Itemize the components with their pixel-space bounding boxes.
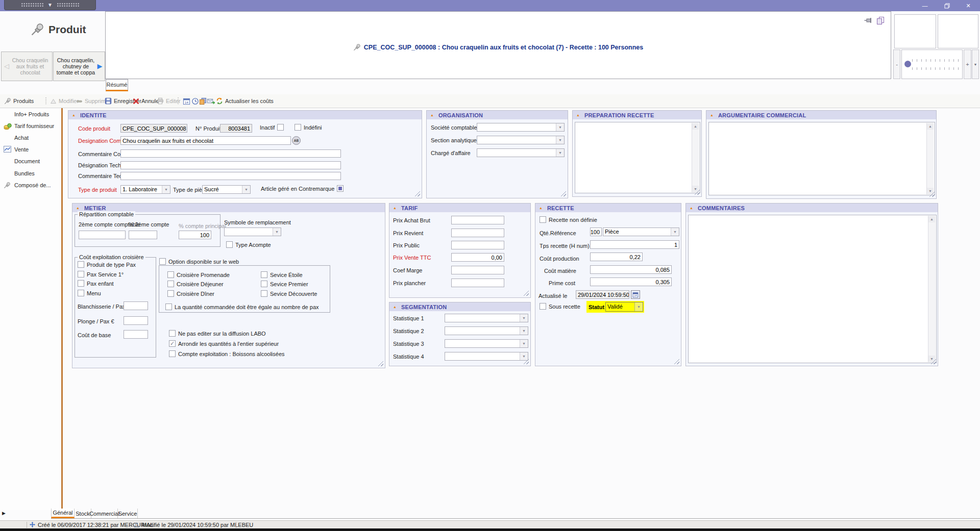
next-record-button[interactable]: Chou craquelin, chutney de tomate et cop… [53,52,105,81]
dropdown-arrow-icon[interactable]: ▼ [162,186,170,193]
commentaires-textarea[interactable]: ▲ ▼ [688,215,937,363]
statut-select[interactable]: Validé ▼ [605,302,643,312]
section-header-segmentation[interactable]: ▲ SEGMENTATION [389,302,530,311]
tab-resume[interactable]: Résumé [106,79,128,91]
dropdown-arrow-icon[interactable]: ▼ [556,136,564,144]
sidebar-item-achat[interactable]: Achat [0,133,60,142]
tab-stock[interactable]: Stock [75,509,91,518]
translate-ab-button[interactable]: AB [292,136,301,145]
tps-recette-field[interactable]: 1 [590,240,679,249]
preparation-recette-textarea[interactable]: ▲ ▼ [575,122,700,193]
qte-reference-field[interactable]: 100 [590,227,602,236]
sidebar-splitter[interactable] [61,108,63,510]
dropdown-arrow-icon[interactable]: ▼ [671,228,679,236]
dropdown-arrow-icon[interactable]: ▼ [242,186,250,193]
date-picker-button[interactable]: 14 [631,290,640,299]
boissons-checkbox[interactable]: Compte exploitation : Boissons alcoolisé… [169,350,285,357]
dropdown-arrow-icon[interactable]: ▼ [520,327,528,335]
statistique1-select[interactable]: ▼ [445,314,528,322]
drag-handle[interactable]: ▼ [4,0,96,10]
dropdown-arrow-icon[interactable]: ▼ [556,123,564,131]
statistique4-select[interactable]: ▼ [445,352,528,361]
blanchisserie-field[interactable] [124,301,148,310]
commentaire-technique-field[interactable] [120,172,341,180]
coef-marge-field[interactable] [451,266,504,274]
code-produit-field[interactable]: CPE_COC_SUP_000008 [120,124,187,133]
sidebar-item-compose-de[interactable]: Composé de... [0,181,60,190]
tab-service[interactable]: Service [118,509,138,518]
sidebar-item-document[interactable]: Document [0,157,60,166]
labo-checkbox[interactable]: Ne pas editer sur la diffusion LABO [169,330,266,337]
section-header-organisation[interactable]: ▲ ORGANISATION [427,111,568,119]
commentaire-commercial-field[interactable] [120,149,341,158]
plonge-field[interactable] [124,316,148,325]
zoom-slider-thumb[interactable] [904,61,911,67]
num-produit-field[interactable]: 8003481 [220,124,252,133]
inactif-checkbox[interactable]: Inactif [260,124,284,131]
section-header-argumentaire[interactable]: ▲ ARGUMENTAIRE COMMERCIAL [706,111,936,119]
produit-type-pax-checkbox[interactable]: Produit de type Pax [78,261,136,268]
section-header-tarif[interactable]: ▲ TARIF [389,204,530,212]
contremarque-checkbox[interactable]: Article géré en Contremarque [261,185,344,192]
recette-non-definie-checkbox[interactable]: Recette non définie [540,216,597,223]
pct-principal-field[interactable]: 100 [179,231,211,239]
dropdown-arrow-icon[interactable]: ▼ [273,228,281,236]
checkbox-box[interactable] [277,124,284,131]
tab-commercial[interactable]: Commercial [91,509,118,518]
prev-record-button[interactable]: ◁ Chou craquelin aux fruits et chocolat [1,52,53,81]
editer-button[interactable]: Editer [157,94,181,108]
copy-layout-button[interactable] [876,16,885,24]
dropdown-arrow-icon[interactable]: ▼ [556,149,564,157]
designation-technique-field[interactable] [120,161,341,169]
pin-panel-button[interactable] [864,17,872,24]
statistique3-select[interactable]: ▼ [445,339,528,348]
zoom-slider-track[interactable] [901,49,963,79]
compte2-field[interactable] [79,231,126,239]
croisiere-diner-checkbox[interactable]: Croisière Dîner [167,290,214,297]
section-resize-grip[interactable] [523,290,529,296]
zoom-out-button[interactable]: - [893,49,900,79]
sevice-premier-checkbox[interactable]: Sevice Premier [261,281,308,287]
prime-cost-field[interactable]: 0,305 [590,277,672,286]
prix-revient-field[interactable] [451,229,504,237]
argumentaire-textarea[interactable]: ▲ ▼ [708,122,935,195]
calendar-tool-button[interactable]: 14 [183,94,190,108]
section-analytique-select[interactable]: ▼ [477,136,565,144]
symbole-select[interactable]: ▼ [224,227,281,236]
sidebar-item-info-produits[interactable]: Info+ Produits [0,110,60,119]
checkbox-box[interactable] [295,124,301,131]
section-resize-grip[interactable] [674,359,679,364]
statistique2-select[interactable]: ▼ [445,326,528,335]
scroll-up-icon[interactable]: ▲ [927,123,934,130]
actualiser-couts-button[interactable]: Actualiser les coûts [216,94,274,108]
sidebar-expand-arrow-icon[interactable]: ▶ [2,511,6,516]
charge-affaire-select[interactable]: ▼ [477,148,565,157]
option-web-checkbox[interactable]: Option disponible sur le web [159,258,239,265]
zoom-in-button[interactable]: + [964,49,971,79]
sidebar-item-bundles[interactable]: Bundles [0,169,60,178]
cout-production-field[interactable]: 0,22 [590,252,643,261]
scroll-up-icon[interactable]: ▲ [928,216,935,222]
section-header-preparation[interactable]: ▲ PREPARATION RECETTE [573,111,701,119]
cout-base-field[interactable] [124,330,148,339]
scrollbar[interactable]: ▲ ▼ [692,123,699,192]
croisiere-dejeuner-checkbox[interactable]: Croisière Déjeuner [167,281,224,287]
section-resize-grip[interactable] [378,361,383,366]
arrondir-checkbox[interactable]: ✓Arrondir les quantités à l'entier supér… [169,340,279,347]
checkbox-box[interactable] [226,241,233,248]
sidebar-item-tarif-fournisseur[interactable]: Tarif fournisseur [0,121,60,131]
quantite-pax-checkbox[interactable]: La quantité commandée doit être égale au… [165,304,319,310]
pax-service-checkbox[interactable]: Pax Service 1° [78,271,124,277]
societe-comptable-select[interactable]: ▼ [477,123,565,132]
scrollbar[interactable]: ▲ ▼ [926,123,934,194]
modifier-button[interactable]: Modifier [50,94,79,108]
sous-recette-checkbox[interactable]: Sous recette [540,303,580,310]
croisiere-promenade-checkbox[interactable]: Croisière Promenade [167,271,230,278]
unite-select[interactable]: Pièce▼ [603,227,679,236]
actualise-le-field[interactable]: 29/01/2024 10:59:50 [576,290,629,299]
prix-plancher-field[interactable] [451,279,504,287]
section-header-identite[interactable]: ▲ IDENTITE [68,111,422,119]
cout-matiere-field[interactable]: 0,085 [590,265,672,274]
sevice-etoile-checkbox[interactable]: Sevice Étoile [261,271,303,278]
section-header-recette[interactable]: ▲ RECETTE [535,204,681,212]
